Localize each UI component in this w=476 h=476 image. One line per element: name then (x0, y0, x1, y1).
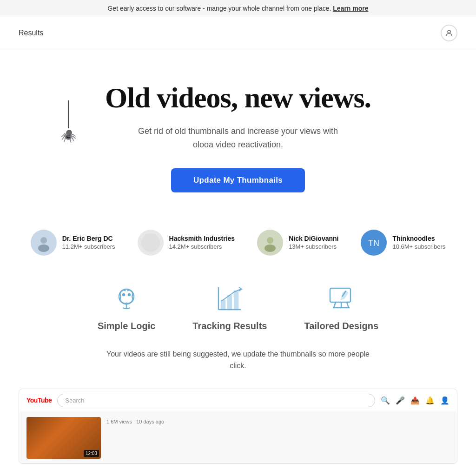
youtube-icons: 🔍 🎤 📤 🔔 👤 (381, 396, 450, 405)
svg-rect-20 (330, 288, 350, 302)
youtube-content: 12:03 1.6M views · 10 days ago (19, 412, 457, 463)
user-avatar-button[interactable] (441, 25, 457, 41)
description-text: Your videos are still being suggested, w… (80, 341, 396, 379)
svg-rect-17 (221, 300, 225, 310)
channel-item: Nick DiGiovanni 13M+ subscribers (257, 230, 338, 256)
banner-text: Get early access to our software - mange… (107, 5, 331, 12)
svg-point-13 (123, 294, 125, 296)
upload-icon[interactable]: 📤 (410, 396, 420, 405)
feature-label-tracking-results: Tracking Results (192, 321, 267, 331)
mic-icon[interactable]: 🎤 (396, 396, 405, 405)
svg-point-2 (40, 237, 47, 244)
channel-avatar-thinknoodles: TN (361, 230, 387, 256)
channel-avatar-hacksmith: ⚒️ (138, 230, 164, 256)
spider-decoration: 🕷️ (60, 100, 77, 144)
brain-icon (112, 284, 141, 313)
monitor-pencil-icon (326, 284, 356, 313)
svg-point-4 (141, 233, 160, 252)
youtube-search-bar[interactable]: Search (57, 394, 375, 407)
channel-subs-thinknoodles: 10.6M+ subscribers (392, 243, 445, 250)
svg-point-7 (267, 237, 273, 244)
search-icon[interactable]: 🔍 (381, 396, 390, 405)
feature-tracking-results: Tracking Results (192, 284, 267, 331)
youtube-preview: YouTube Search 🔍 🎤 📤 🔔 👤 12:03 1.6M view… (19, 389, 457, 464)
channels-section: Dr. Eric Berg DC 11.2M+ subscribers ⚒️ H… (0, 211, 476, 265)
video-duration: 12:03 (84, 450, 99, 457)
svg-point-14 (128, 294, 130, 296)
feature-label-simple-logic: Simple Logic (98, 321, 155, 331)
svg-line-22 (347, 302, 349, 308)
channel-item: Dr. Eric Berg DC 11.2M+ subscribers (31, 230, 115, 256)
channel-info-eric: Dr. Eric Berg DC 11.2M+ subscribers (62, 235, 115, 250)
youtube-logo: YouTube (26, 397, 52, 404)
spider-icon: 🕷️ (60, 128, 77, 144)
channel-info-hacksmith: Hacksmith Industries 14.2M+ subscribers (169, 235, 235, 250)
video-meta: 1.6M views · 10 days ago (106, 419, 450, 424)
svg-line-21 (334, 302, 336, 308)
hero-subtitle: Get rid of old thumbnails and increase y… (19, 125, 457, 152)
svg-rect-18 (228, 296, 231, 310)
features-section: Simple Logic Tracking Results Tailored D… (0, 265, 476, 341)
spider-thread (68, 100, 69, 128)
channel-info-thinknoodles: Thinknoodles 10.6M+ subscribers (392, 235, 445, 250)
feature-label-tailored-designs: Tailored Designs (304, 321, 378, 331)
channel-info-nick: Nick DiGiovanni 13M+ subscribers (289, 235, 338, 250)
user-icon[interactable]: 👤 (440, 396, 450, 405)
channel-name-hacksmith: Hacksmith Industries (169, 235, 235, 242)
hero-title: Old videos, new views. (19, 82, 457, 113)
svg-rect-19 (234, 291, 238, 310)
channel-subs-hacksmith: 14.2M+ subscribers (169, 243, 235, 250)
channel-avatar-nick (257, 230, 283, 256)
svg-text:TN: TN (368, 238, 379, 248)
channel-name-thinknoodles: Thinknoodles (392, 235, 445, 242)
cta-button[interactable]: Update My Thumbnails (171, 168, 305, 192)
youtube-nav: YouTube Search 🔍 🎤 📤 🔔 👤 (19, 389, 457, 412)
feature-simple-logic: Simple Logic (98, 284, 155, 331)
channel-item: ⚒️ Hacksmith Industries 14.2M+ subscribe… (138, 230, 235, 256)
notification-icon[interactable]: 🔔 (425, 396, 435, 405)
top-banner: Get early access to our software - mange… (0, 0, 476, 17)
feature-tailored-designs: Tailored Designs (304, 284, 378, 331)
svg-point-8 (264, 245, 276, 252)
svg-point-3 (38, 245, 49, 252)
nav-results-link[interactable]: Results (19, 29, 43, 37)
channel-item: TN Thinknoodles 10.6M+ subscribers (361, 230, 445, 256)
channel-subs-eric: 11.2M+ subscribers (62, 243, 115, 250)
chart-icon (215, 284, 245, 313)
navigation: Results (0, 17, 476, 49)
channel-name-nick: Nick DiGiovanni (289, 235, 338, 242)
channel-name-eric: Dr. Eric Berg DC (62, 235, 115, 242)
channel-avatar-eric (31, 230, 57, 256)
video-info: 1.6M views · 10 days ago (106, 417, 450, 459)
hero-section: 🕷️ Old videos, new views. Get rid of old… (0, 49, 476, 211)
banner-link[interactable]: Learn more (333, 5, 368, 12)
channel-subs-nick: 13M+ subscribers (289, 243, 338, 250)
video-thumbnail[interactable]: 12:03 (26, 417, 101, 459)
svg-point-0 (448, 30, 450, 33)
